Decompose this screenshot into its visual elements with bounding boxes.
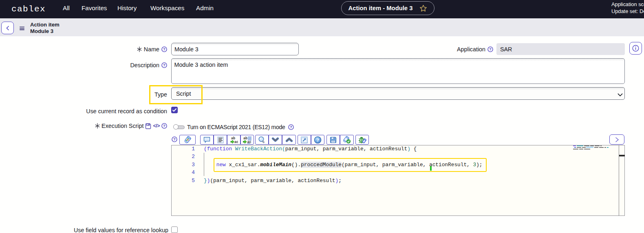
svg-text:?: ? xyxy=(316,137,319,142)
svg-text:ac: ac xyxy=(234,140,238,144)
svg-text:?: ? xyxy=(173,137,176,141)
svg-text:?: ? xyxy=(163,63,165,67)
svg-text:?: ? xyxy=(163,47,165,51)
svg-text:?: ? xyxy=(489,47,492,51)
svg-text:?: ? xyxy=(290,125,292,129)
svg-text:?: ? xyxy=(163,123,165,128)
